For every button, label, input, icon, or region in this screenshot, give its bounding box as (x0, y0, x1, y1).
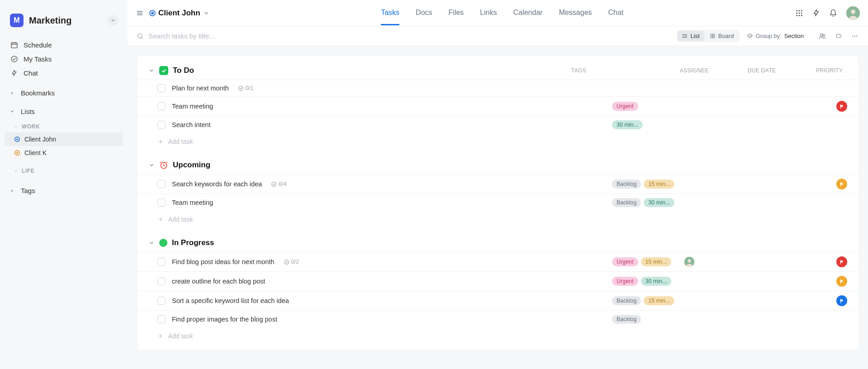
chevron-right-icon (10, 91, 16, 95)
assignee-avatar[interactable] (684, 257, 694, 267)
task-row[interactable]: Team meeting Urgent (138, 96, 858, 116)
page-title[interactable]: Client John (149, 9, 209, 18)
add-task-label: Add task (168, 332, 193, 340)
section-header-todo: To Do TAGS ASSIGNEE DUE DATE PRIORITY (138, 60, 858, 80)
task-title: Search keywords for each idea (172, 180, 262, 188)
svg-point-40 (854, 35, 856, 37)
add-task-label: Add task (168, 138, 193, 145)
task-title: Search intent (172, 121, 210, 128)
tab-calendar[interactable]: Calendar (513, 0, 543, 25)
view-board-button[interactable]: Board (705, 31, 739, 41)
check-square-icon (159, 66, 168, 75)
sidebar: M Marketing Schedule My Tasks (0, 0, 128, 369)
collapse-icon[interactable] (148, 67, 155, 74)
sidebar-item-chat[interactable]: Chat (0, 66, 128, 80)
tab-links[interactable]: Links (480, 0, 497, 25)
hamburger-icon[interactable] (136, 9, 144, 17)
task-row[interactable]: create outline for each blog post Urgent… (138, 271, 858, 291)
task-checkbox[interactable] (157, 121, 166, 129)
add-task-button[interactable]: Add task (138, 211, 858, 228)
collapse-icon[interactable] (148, 240, 155, 246)
workspace-switcher[interactable]: M Marketing (0, 6, 128, 35)
task-row[interactable]: Plan for next month 0/1 (138, 80, 858, 96)
sidebar-group-life[interactable]: LIFE (0, 163, 128, 177)
priority-flag-icon[interactable] (836, 295, 847, 306)
task-checkbox[interactable] (157, 84, 166, 92)
tag-duration: 15 min... (641, 257, 672, 266)
section-header-in-progress: In Progress (138, 228, 858, 252)
svg-line-24 (142, 37, 143, 38)
col-header-priority: PRIORITY (816, 67, 843, 74)
task-title: create outline for each blog post (172, 278, 265, 285)
priority-flag-icon[interactable] (836, 179, 847, 189)
svg-point-15 (799, 12, 800, 14)
svg-line-49 (166, 162, 168, 163)
svg-point-11 (796, 10, 797, 11)
add-task-button[interactable]: Add task (138, 133, 858, 151)
svg-rect-32 (713, 34, 715, 36)
tab-docs[interactable]: Docs (416, 0, 432, 25)
sidebar-list-client-john[interactable]: Client John (5, 132, 123, 146)
tab-messages[interactable]: Messages (559, 0, 592, 25)
task-row[interactable]: Sort a specific keyword list for each id… (138, 291, 858, 310)
sidebar-section-tags[interactable]: Tags (0, 183, 128, 198)
sidebar-list-client-k[interactable]: Client K (0, 146, 128, 160)
svg-point-30 (683, 37, 683, 38)
svg-point-50 (272, 182, 276, 186)
tag-backlog: Backlog (612, 315, 641, 324)
task-row[interactable]: Find proper images for the blog post Bac… (138, 310, 858, 328)
sidebar-section-label: Lists (21, 108, 35, 115)
priority-flag-icon[interactable] (836, 101, 847, 112)
tab-chat[interactable]: Chat (608, 0, 624, 25)
task-checkbox[interactable] (157, 297, 166, 305)
task-checkbox[interactable] (157, 315, 166, 323)
search-icon (137, 33, 144, 40)
svg-marker-7 (11, 189, 13, 192)
view-switcher: List Board (677, 30, 740, 42)
sidebar-item-schedule[interactable]: Schedule (0, 38, 128, 52)
people-icon[interactable] (818, 33, 826, 40)
add-task-button[interactable]: Add task (138, 328, 858, 345)
groupby-button[interactable]: Group by: Section (747, 33, 804, 39)
task-row[interactable]: Search intent 30 min... (138, 116, 858, 133)
search-input[interactable] (148, 32, 329, 40)
grid-apps-icon[interactable] (795, 9, 803, 17)
task-row[interactable]: Find blog post ideas for next month 0/2 … (138, 252, 858, 271)
task-checkbox[interactable] (157, 102, 166, 110)
chevron-down-icon (10, 109, 16, 114)
priority-flag-icon[interactable] (836, 276, 847, 287)
more-icon[interactable] (851, 33, 859, 40)
view-list-button[interactable]: List (678, 31, 704, 41)
workspace-chevron-icon[interactable] (108, 15, 119, 26)
task-title: Team meeting (172, 103, 213, 110)
tab-files[interactable]: Files (449, 0, 464, 25)
task-row[interactable]: Search keywords for each idea 0/4 Backlo… (138, 174, 858, 194)
sidebar-section-lists[interactable]: Lists (0, 104, 128, 119)
bolt-icon[interactable] (812, 9, 820, 17)
task-checkbox[interactable] (157, 180, 166, 188)
tag-duration: 30 min... (612, 120, 643, 129)
list-bullet-icon (14, 150, 20, 156)
bell-icon[interactable] (829, 9, 837, 17)
tab-tasks[interactable]: Tasks (381, 0, 399, 25)
tag-backlog: Backlog (612, 198, 641, 207)
task-row[interactable]: Team meeting Backlog 30 min... (138, 194, 858, 211)
sidebar-item-my-tasks[interactable]: My Tasks (0, 52, 128, 66)
priority-flag-icon[interactable] (836, 256, 847, 267)
svg-point-16 (801, 12, 802, 14)
collapse-icon[interactable] (148, 162, 155, 168)
task-title: Find proper images for the blog post (172, 316, 277, 323)
task-title: Plan for next month (172, 85, 229, 92)
task-title: Team meeting (172, 199, 213, 206)
chat-icon[interactable] (835, 33, 843, 39)
calendar-icon (10, 41, 18, 49)
sidebar-section-bookmarks[interactable]: Bookmarks (0, 85, 128, 100)
task-checkbox[interactable] (157, 199, 166, 207)
svg-point-18 (799, 14, 800, 16)
svg-marker-5 (11, 92, 13, 95)
task-checkbox[interactable] (157, 277, 166, 285)
svg-rect-34 (713, 36, 715, 38)
task-checkbox[interactable] (157, 258, 166, 266)
sidebar-group-work[interactable]: WORK (0, 119, 128, 132)
user-avatar[interactable] (846, 6, 860, 20)
